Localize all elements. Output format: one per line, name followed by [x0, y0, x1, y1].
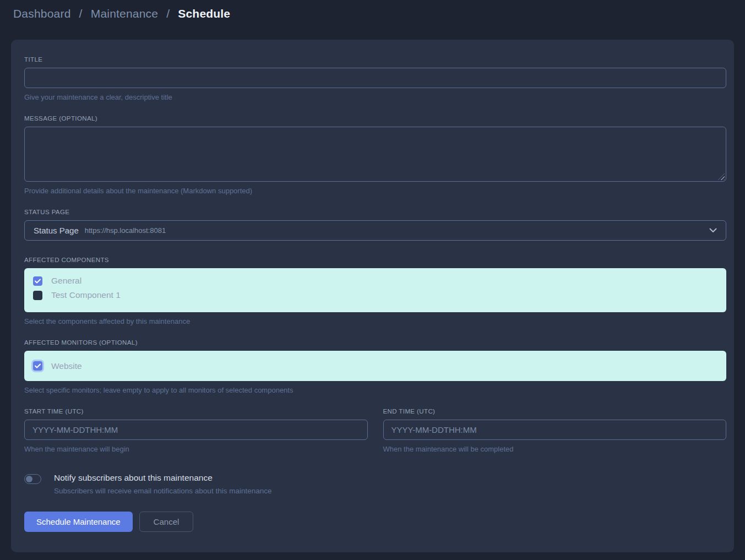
end-time-input[interactable]: [383, 420, 727, 440]
checkbox-unchecked-icon[interactable]: [33, 291, 42, 300]
breadcrumb-schedule: Schedule: [178, 7, 230, 20]
component-option-general[interactable]: General: [33, 276, 717, 286]
notify-helper: Subscribers will receive email notificat…: [54, 487, 271, 495]
components-panel: General Test Component 1: [24, 268, 726, 312]
start-time-helper: When the maintenance will begin: [24, 445, 368, 453]
component-option-label: General: [51, 276, 81, 286]
message-textarea-wrap: [24, 127, 726, 182]
monitors-label: AFFECTED MONITORS (OPTIONAL): [24, 339, 726, 346]
message-field-group: MESSAGE (OPTIONAL) Provide additional de…: [24, 115, 726, 195]
end-time-field-group: END TIME (UTC) When the maintenance will…: [383, 408, 727, 453]
monitors-field-group: AFFECTED MONITORS (OPTIONAL) Website Sel…: [24, 339, 726, 394]
notify-texts: Notify subscribers about this maintenanc…: [54, 473, 271, 495]
notify-subscribers-section: Notify subscribers about this maintenanc…: [24, 473, 726, 495]
time-fields-row: START TIME (UTC) When the maintenance wi…: [24, 408, 726, 453]
checkbox-checked-icon[interactable]: [33, 276, 42, 286]
start-time-input[interactable]: [24, 420, 368, 440]
schedule-maintenance-button[interactable]: Schedule Maintenance: [24, 512, 133, 532]
components-helper: Select the components affected by this m…: [24, 317, 726, 325]
title-helper: Give your maintenance a clear, descripti…: [24, 93, 726, 101]
status-page-label: STATUS PAGE: [24, 209, 726, 215]
status-page-field-group: STATUS PAGE Status Page https://hsp.loca…: [24, 209, 726, 241]
status-page-selected-url: https://hsp.localhost:8081: [85, 226, 166, 235]
form-actions: Schedule Maintenance Cancel: [24, 512, 726, 532]
toggle-knob: [26, 476, 32, 482]
checkbox-checked-icon[interactable]: [33, 361, 42, 371]
top-bar: Dashboard / Maintenance / Schedule: [0, 0, 745, 28]
start-time-label: START TIME (UTC): [24, 408, 368, 415]
components-field-group: AFFECTED COMPONENTS General Test Compone…: [24, 257, 726, 325]
title-input[interactable]: [24, 68, 726, 88]
title-label: TITLE: [24, 56, 726, 63]
monitors-helper: Select specific monitors; leave empty to…: [24, 386, 726, 394]
chevron-down-icon: [709, 228, 717, 233]
end-time-helper: When the maintenance will be completed: [383, 445, 727, 453]
status-page-select[interactable]: Status Page https://hsp.localhost:8081: [24, 220, 726, 241]
monitors-panel: Website: [24, 351, 726, 381]
breadcrumb-separator: /: [166, 7, 170, 20]
components-label: AFFECTED COMPONENTS: [24, 257, 726, 263]
monitor-option-label: Website: [51, 361, 82, 371]
monitor-option-website[interactable]: Website: [33, 361, 717, 371]
breadcrumb: Dashboard / Maintenance / Schedule: [13, 7, 230, 20]
breadcrumb-dashboard[interactable]: Dashboard: [13, 7, 71, 20]
end-time-label: END TIME (UTC): [383, 408, 727, 415]
component-option-label: Test Component 1: [51, 290, 121, 300]
message-textarea[interactable]: [24, 127, 726, 182]
breadcrumb-separator: /: [79, 7, 83, 20]
schedule-maintenance-form-card: TITLE Give your maintenance a clear, des…: [11, 40, 734, 552]
breadcrumb-maintenance[interactable]: Maintenance: [91, 7, 158, 20]
title-field-group: TITLE Give your maintenance a clear, des…: [24, 56, 726, 101]
notify-label: Notify subscribers about this maintenanc…: [54, 473, 271, 483]
component-option-test-component-1[interactable]: Test Component 1: [33, 290, 717, 300]
notify-toggle[interactable]: [24, 474, 41, 484]
start-time-field-group: START TIME (UTC) When the maintenance wi…: [24, 408, 368, 453]
cancel-button[interactable]: Cancel: [139, 512, 194, 532]
status-page-selected-name: Status Page: [34, 226, 79, 235]
message-label: MESSAGE (OPTIONAL): [24, 115, 726, 122]
message-helper: Provide additional details about the mai…: [24, 187, 726, 195]
